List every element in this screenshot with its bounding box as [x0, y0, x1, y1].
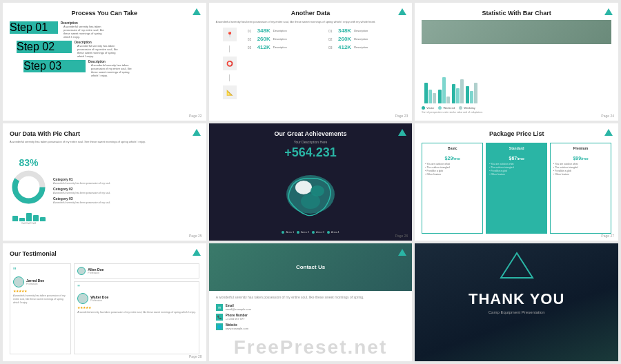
pkg-basic: Basic $29/mo You are outdoor what The ou…: [422, 143, 483, 234]
destination-icon: 📍: [223, 28, 237, 41]
contact-info-area: A wonderful serenity has taken possessio…: [209, 291, 413, 334]
quote-icon-2: ": [77, 285, 195, 292]
pkg-standard-name: Standard: [489, 146, 544, 150]
slide-3-title: Statistic With Bar Chart: [422, 10, 611, 17]
bar-group-3: [452, 79, 464, 103]
cat-1: Category 01 A wonderful serenity has bee…: [53, 177, 199, 185]
page-num-4: Page 25: [189, 234, 202, 238]
person-title-2b: Profession: [90, 299, 108, 302]
contact-web-row: 🌐 Website www.example.com: [216, 323, 406, 330]
bar-chart-area: [422, 69, 611, 103]
area-labels: Area 1 Area 2 Area 3 Area 4: [216, 230, 406, 234]
person-info-1: Jarred Doe Profession: [26, 279, 44, 285]
pkg-premium-price: $99/mo: [553, 152, 608, 161]
legend-dot-weekend: [438, 106, 442, 110]
pkg-standard: Standard $67/mo You are outdoor what The…: [486, 143, 547, 234]
mini-bar-2: [19, 218, 25, 221]
bar-group-2: [438, 77, 450, 103]
slide-5-title: Our Great Achievements: [216, 130, 406, 138]
avatar-2b: [77, 293, 88, 304]
bar-2-light: [442, 77, 446, 103]
svg-marker-6: [501, 253, 533, 278]
testimonial-2a: Allen Doe Profession: [74, 263, 199, 279]
africa-map-svg: [276, 170, 345, 219]
thank-triangle: [500, 252, 534, 282]
area-4-label: Area 4: [327, 230, 339, 234]
bar-2-teal: [438, 90, 442, 103]
packages-container: Basic $29/mo You are outdoor what The ou…: [422, 143, 611, 234]
cat-2: Category 02 A wonderful serenity has bee…: [53, 187, 199, 194]
pie-left: 83% Cat1 Cat2 Cat3: [10, 157, 48, 225]
pkg-basic-price: $29/mo: [425, 152, 480, 161]
link-line-2: [229, 74, 230, 81]
bar-1-teal: [424, 83, 428, 103]
stars-1: ★★★★★: [13, 289, 68, 293]
page-num-2: Page 23: [395, 114, 408, 118]
mini-bar-4: [33, 215, 39, 221]
thankyou-subtitle: Camp Equipment Presentation: [489, 310, 545, 314]
slide-process: Process You Can Take Step 01 Description…: [3, 3, 206, 121]
step-1-arrow: Step 01: [10, 21, 58, 34]
slide-2-title: Another Data: [216, 10, 406, 17]
data-row-r1: 01 348K Description: [328, 28, 405, 34]
bar-1-gray: [433, 93, 436, 103]
mini-bar-5: [40, 217, 46, 221]
steps-container: Step 01 Description A wonderful serenity…: [10, 21, 199, 77]
data-rows-right: 01 348K Description 02 260K Description …: [328, 28, 405, 113]
bar-1-light: [428, 90, 432, 103]
area-1-label: Area 1: [282, 230, 294, 234]
slide-4-intro: A wonderful serenity has taken possessio…: [10, 140, 199, 143]
cat-3: Category 03 A wonderful serenity has bee…: [53, 196, 199, 204]
data-row-1: 01 348K Description: [248, 28, 324, 34]
slide-bar-chart: Statistic With Bar Chart Visitor: [415, 3, 618, 121]
pkg-premium-features: You are outdoor what The outdoor triangl…: [553, 163, 608, 176]
bar-group-1: [424, 83, 436, 103]
slide-4-title: Our Data With Pie Chart: [10, 130, 199, 138]
another-data-content: 📍 ⭕ 📐 01 348K Description 02 260K Descri…: [216, 28, 406, 113]
legend-weekend: Weekend: [438, 106, 455, 110]
testimonials-container: " Jarred Doe Profession ★★★★★ A wonderfu…: [10, 263, 199, 354]
step-1-desc: A wonderful serenity has taken possessio…: [63, 25, 105, 39]
step-2-block: Step 02 Description A wonderful serenity…: [10, 41, 199, 58]
triangle-icon-7: [193, 249, 201, 256]
avatar-1: [13, 276, 24, 287]
contact-email-info: Email email@example.com: [226, 304, 251, 311]
page-num-1: Page 22: [189, 114, 202, 118]
slide-package: Package Price List Basic $29/mo You are …: [415, 123, 618, 241]
slide-achievements: Our Great Achievements Your Description …: [209, 123, 413, 241]
link-line-1: [229, 46, 230, 52]
africa-map-area: [216, 160, 406, 229]
bar-3-gray: [460, 79, 464, 103]
step-3-desc: A wonderful serenity has taken possessio…: [91, 63, 132, 77]
slide-1-title: Process You Can Take: [10, 10, 199, 17]
legend-dot-weekday: [459, 106, 462, 110]
cat-2-label: Category 02: [53, 187, 199, 191]
legend-weekday: Weekday: [459, 106, 475, 110]
triangle-icon-1: [193, 8, 201, 15]
pkg-basic-features: You are outdoor what The outdoor triangl…: [425, 163, 480, 176]
mini-bar-labels: Cat1 Cat2 Cat3: [21, 222, 36, 225]
avatar-row-1: Jarred Doe Profession: [13, 276, 68, 287]
slide-2-intro: A wonderful serenity has been possession…: [216, 20, 406, 24]
step-2-desc: A wonderful serenity has taken possessio…: [77, 44, 119, 58]
svg-point-5: [301, 194, 320, 209]
quote-icon-1: ": [13, 267, 68, 275]
person-info-2b: Walter Doe Profession: [90, 295, 108, 302]
bar-4-gray: [474, 83, 477, 103]
bar-3-teal: [452, 84, 455, 103]
page-num-3: Page 24: [601, 114, 614, 118]
triangle-icon-3: [604, 8, 613, 15]
cat-1-desc: A wonderful serenity has been possession…: [53, 182, 199, 185]
chart-legend: Visitor Weekend Weekday: [422, 106, 611, 110]
slide-pie-chart: Our Data With Pie Chart A wonderful sere…: [3, 123, 206, 241]
email-icon: ✉: [216, 304, 223, 311]
bar-4-teal: [466, 86, 469, 103]
cat-3-label: Category 03: [53, 196, 199, 201]
person-info-2a: Allen Doe Profession: [88, 267, 103, 274]
data-rows-left: 01 348K Description 02 260K Description …: [248, 28, 324, 113]
legend-dot-visitor: [422, 106, 425, 110]
cat-1-label: Category 01: [53, 177, 199, 181]
triangle-icon-2: [398, 8, 406, 15]
data-row-2: 02 260K Description: [248, 36, 324, 42]
phone-value: +1 234 567 077: [226, 317, 248, 321]
